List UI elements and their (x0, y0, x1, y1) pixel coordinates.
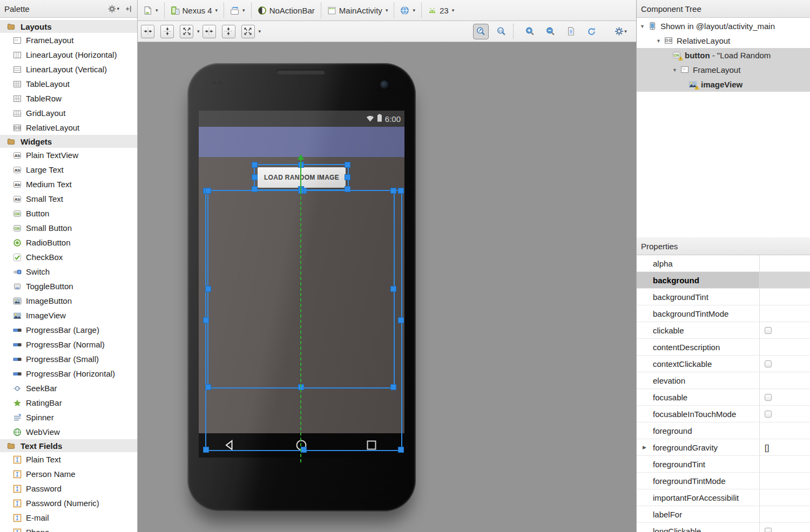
palette-item-radiobutton[interactable]: RadioButton (0, 235, 137, 250)
actual-size-button[interactable]: 1:1 (494, 24, 509, 39)
palette-item-progressbar-horizontal[interactable]: ProgressBar (Horizontal) (0, 366, 137, 381)
api-level-button[interactable]: 23▾ (426, 5, 456, 16)
preview-xml-button[interactable] (563, 24, 579, 39)
palette-item-password[interactable]: Password (0, 481, 137, 496)
prop-row-backgroundtintmode[interactable]: backgroundTintMode (637, 305, 810, 322)
palette-item-imageview[interactable]: ImageView (0, 308, 137, 323)
prop-row-labelfor[interactable]: labelFor (637, 506, 810, 523)
prop-row-contentdescription[interactable]: contentDescription (637, 339, 810, 356)
tree-row-activity-main[interactable]: ▼Shown in @layout/activity_main (637, 19, 810, 33)
expander-icon[interactable]: ▼ (640, 24, 648, 29)
selection-handle[interactable] (398, 447, 404, 453)
prop-row-importantforaccessibilit[interactable]: importantForAccessibilit (637, 489, 810, 506)
selection-handle[interactable] (398, 188, 404, 194)
prop-checkbox[interactable] (765, 327, 772, 334)
palette-item-progressbar-large[interactable]: ProgressBar (Large) (0, 323, 137, 337)
expand-to-fill-all-button[interactable] (241, 25, 255, 38)
settings-button[interactable]: ▾ (613, 24, 629, 39)
prop-checkbox[interactable] (765, 528, 772, 532)
tree-row-framelayout[interactable]: ▼FrameLayout (637, 63, 810, 77)
refresh-button[interactable] (584, 24, 599, 39)
design-canvas[interactable]: 6:00 LOAD RANDOM IMAGE (138, 42, 636, 532)
selection-handle[interactable] (390, 188, 396, 194)
palette-item-spinner[interactable]: Spinner (0, 410, 137, 425)
palette-item-togglebutton[interactable]: ToggleButton (0, 279, 137, 294)
tree-row-imageview[interactable]: imageView (637, 77, 810, 92)
prop-row-foregroundgravity[interactable]: ▶foregroundGravity[] (637, 439, 810, 456)
palette-item-button[interactable]: OKButton (0, 206, 137, 221)
palette-item-tablelayout[interactable]: TableLayout (0, 77, 137, 91)
selection-handle[interactable] (252, 162, 258, 168)
prop-row-foreground[interactable]: foreground (637, 422, 810, 439)
palette-item-progressbar-normal[interactable]: ProgressBar (Normal) (0, 337, 137, 352)
palette-settings-button[interactable]: ▾ (108, 5, 119, 13)
palette-item-small-button[interactable]: OKSmall Button (0, 221, 137, 235)
center-horizontally-button[interactable] (141, 25, 154, 38)
selection-handle[interactable] (205, 384, 211, 390)
expander-icon[interactable]: ▼ (672, 67, 680, 73)
selection-handle[interactable] (345, 162, 350, 168)
selection-handle[interactable] (301, 447, 307, 453)
expander-icon[interactable]: ▼ (656, 38, 664, 44)
prop-row-foregroundtint[interactable]: foregroundTint (637, 456, 810, 473)
palette-item-plain-text[interactable]: Plain Text (0, 452, 137, 467)
palette-item-tablerow[interactable]: TableRow (0, 91, 137, 106)
selection-handle[interactable] (390, 384, 396, 390)
palette-item-medium-text[interactable]: AbMedium Text (0, 177, 137, 192)
palette-item-person-name[interactable]: Person Name (0, 467, 137, 481)
expand-to-fill-button[interactable] (180, 25, 193, 38)
tree-row-relativelayout[interactable]: ▼RelativeLayout (637, 33, 810, 48)
zoom-in-button[interactable] (522, 24, 538, 39)
activity-button[interactable]: MainActivity▾ (325, 5, 390, 16)
prop-row-elevation[interactable]: elevation (637, 372, 810, 389)
palette-item-ratingbar[interactable]: RatingBar (0, 395, 137, 410)
palette-item-linearlayout-vertical[interactable]: LinearLayout (Vertical) (0, 62, 137, 77)
orientation-button[interactable]: ▾ (228, 5, 247, 16)
palette-item-relativelayout[interactable]: RelativeLayout (0, 120, 137, 135)
prop-row-alpha[interactable]: alpha (637, 255, 810, 272)
prop-checkbox[interactable] (765, 360, 772, 367)
zoom-to-fit-button[interactable] (473, 24, 489, 39)
palette-item-small-text[interactable]: AbSmall Text (0, 192, 137, 206)
selection-handle[interactable] (345, 174, 350, 180)
palette-item-webview[interactable]: WebView (0, 425, 137, 439)
palette-item-progressbar-small[interactable]: ProgressBar (Small) (0, 352, 137, 366)
device-button[interactable]: Nexus 4▾ (168, 5, 220, 16)
prop-row-backgroundtint[interactable]: backgroundTint (637, 289, 810, 305)
selection-handle[interactable] (390, 286, 396, 292)
prop-row-longclickable[interactable]: longClickable (637, 523, 810, 532)
selection-handle[interactable] (205, 188, 211, 194)
selection-handle[interactable] (252, 174, 258, 180)
palette-item-switch[interactable]: Switch (0, 264, 137, 279)
prop-checkbox[interactable] (765, 411, 772, 418)
palette-item-e-mail[interactable]: E-mail (0, 510, 137, 525)
selection-handle[interactable] (203, 447, 209, 453)
palette-item-large-text[interactable]: AbLarge Text (0, 162, 137, 177)
palette-item-password-numeric[interactable]: Password (Numeric) (0, 496, 137, 510)
palette-item-imagebutton[interactable]: ImageButton (0, 294, 137, 308)
prop-row-clickable[interactable]: clickable (637, 322, 810, 339)
center-vertically-button[interactable] (160, 25, 174, 38)
locale-button[interactable]: ▾ (398, 5, 417, 16)
prop-row-focusableintouchmode[interactable]: focusableInTouchMode (637, 406, 810, 422)
layout-variant-button[interactable]: ▾ (141, 5, 160, 16)
palette-section-text-fields[interactable]: Text Fields (0, 439, 137, 452)
tree-row-button[interactable]: OKbutton - "Load Random (637, 48, 810, 63)
palette-section-widgets[interactable]: Widgets (0, 135, 137, 148)
palette-item-checkbox[interactable]: CheckBox (0, 250, 137, 264)
prop-row-focusable[interactable]: focusable (637, 389, 810, 406)
prop-row-background[interactable]: background (637, 272, 810, 289)
palette-dock-button[interactable] (125, 5, 133, 13)
palette-item-seekbar[interactable]: SeekBar (0, 381, 137, 395)
selection-button[interactable] (254, 164, 349, 190)
center-horizontally-all-button[interactable] (202, 25, 216, 38)
zoom-out-button[interactable] (543, 24, 558, 39)
center-vertically-all-button[interactable] (222, 25, 235, 38)
selection-handle[interactable] (398, 317, 404, 323)
palette-item-linearlayout-horizontal[interactable]: LinearLayout (Horizontal) (0, 47, 137, 62)
prop-checkbox[interactable] (765, 394, 772, 401)
palette-item-gridlayout[interactable]: GridLayout (0, 106, 137, 120)
palette-item-framelayout[interactable]: FrameLayout (0, 33, 137, 47)
palette-item-phone[interactable]: Phone (0, 525, 137, 532)
selection-handle[interactable] (205, 286, 211, 292)
